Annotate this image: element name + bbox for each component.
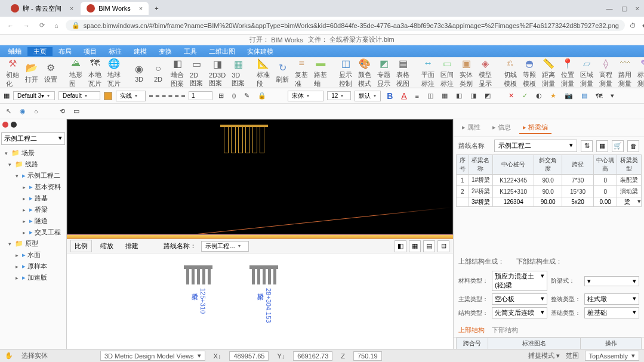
z-value[interactable]: 750.19 bbox=[353, 351, 382, 361]
close-icon[interactable]: × bbox=[139, 5, 143, 12]
tree-node[interactable]: ▾📁线路 bbox=[1, 159, 65, 170]
table-row[interactable]: 11#桥梁K122+34590.07*300装配梁 bbox=[457, 175, 642, 186]
tree-node[interactable]: ▸▸原样本 bbox=[1, 261, 65, 272]
tree-node[interactable]: ▾📁原型 bbox=[1, 238, 65, 249]
x-value[interactable]: 489957.65 bbox=[229, 351, 269, 361]
font-select[interactable]: 宋体 bbox=[288, 91, 323, 101]
viewport-splitter[interactable] bbox=[67, 234, 453, 239]
2d-viewport[interactable]: 125+310桥梁28+304.153桥梁 bbox=[67, 253, 453, 349]
ribbon-2D[interactable]: ○2D bbox=[149, 62, 167, 83]
view-icon[interactable]: ⊟ bbox=[437, 240, 449, 252]
menu-item-8[interactable]: 二维出图 bbox=[203, 47, 241, 56]
linewidth-input[interactable] bbox=[189, 91, 212, 100]
font-color-button[interactable]: A bbox=[399, 91, 409, 101]
subtab-lower[interactable]: 下部结构 bbox=[492, 326, 518, 335]
tool-icon[interactable]: ▭ bbox=[71, 107, 82, 115]
3d-viewport[interactable]: 修改桥梁 × 中心桩号桥梁名称斜交角度：▲▼跨径表达式：确定取消 bbox=[67, 119, 453, 234]
view-icon[interactable]: ▤ bbox=[423, 240, 435, 252]
menu-item-5[interactable]: 建模 bbox=[128, 47, 153, 56]
form-select[interactable]: 空心板▾ bbox=[492, 293, 547, 305]
browser-tab-1[interactable]: BIM Works × bbox=[81, 2, 149, 15]
menu-item-2[interactable]: 布局 bbox=[53, 47, 78, 56]
speed-icon[interactable]: ⏱ bbox=[630, 22, 636, 29]
tree-node[interactable]: ▾▸示例工程二 bbox=[1, 170, 65, 181]
scale-button[interactable]: 比例 bbox=[70, 240, 92, 252]
right-tab-2[interactable]: ▸ 桥梁编 bbox=[519, 122, 551, 134]
tool-icon[interactable]: ▦ bbox=[439, 92, 450, 100]
style-select[interactable]: Default bbox=[58, 91, 100, 100]
tree-node[interactable]: ▸▸加速版 bbox=[1, 272, 65, 283]
ribbon-刷新[interactable]: ↻刷新 bbox=[273, 61, 291, 84]
reload-icon[interactable]: ⟳ bbox=[37, 21, 47, 29]
tree-node[interactable]: ▾📁场景 bbox=[1, 147, 65, 159]
ribbon-区域测量[interactable]: ▱区域测量 bbox=[578, 57, 596, 88]
form-select[interactable]: 柱式墩▾ bbox=[584, 293, 640, 305]
tool-icon[interactable]: ◨ bbox=[468, 92, 479, 100]
grid-icon[interactable]: ▦ bbox=[596, 140, 608, 152]
ribbon-标注测量[interactable]: ✎标注测量 bbox=[635, 57, 644, 88]
tree-node[interactable]: ▸▸水面 bbox=[1, 249, 65, 261]
ribbon-模型显示[interactable]: ◈模型显示 bbox=[476, 57, 494, 88]
view-select[interactable]: 3D Metric Design Model Views ▾ bbox=[100, 351, 205, 361]
view-icon[interactable]: ▦ bbox=[409, 240, 421, 252]
ribbon-打开[interactable]: 📂打开 bbox=[23, 61, 41, 84]
ribbon-标准段[interactable]: 📐标准段 bbox=[254, 57, 272, 88]
tree-node[interactable]: ▸▸隧道 bbox=[1, 215, 65, 227]
tree-node[interactable]: ▸▸路基 bbox=[1, 193, 65, 204]
tool-icon[interactable]: ⊞ bbox=[216, 92, 226, 100]
ribbon-表格视图[interactable]: ▤表格视图 bbox=[394, 57, 412, 88]
back-icon[interactable]: ← bbox=[5, 22, 16, 29]
ribbon-路基蛐[interactable]: ▬路基蛐 bbox=[312, 57, 329, 88]
ribbon-等照模板[interactable]: ◓等照模板 bbox=[520, 57, 538, 88]
tool-icon[interactable]: ✎ bbox=[242, 92, 252, 100]
target-icon[interactable]: ◉ bbox=[17, 107, 28, 115]
zoom-button[interactable]: 缩放 bbox=[97, 240, 117, 252]
ribbon-平面标注[interactable]: ↔平面标注 bbox=[419, 57, 437, 88]
black-dot-icon[interactable] bbox=[11, 122, 17, 128]
menu-item-4[interactable]: 标注 bbox=[103, 47, 128, 56]
maximize-icon[interactable]: ▢ bbox=[621, 5, 627, 13]
view-icon[interactable]: ◧ bbox=[395, 240, 406, 252]
tool-icon[interactable]: ◐ bbox=[534, 92, 544, 100]
ribbon-路用测量[interactable]: 〰路用测量 bbox=[616, 57, 634, 88]
ribbon-2D3D图案[interactable]: ◨2D3D图案 bbox=[207, 58, 228, 88]
form-select[interactable]: ▾▾ bbox=[584, 276, 640, 286]
layers-icon[interactable]: ▤ bbox=[579, 92, 590, 100]
ribbon-实体类别[interactable]: ▣实体类别 bbox=[457, 57, 475, 88]
linestyle-select[interactable]: 实线 bbox=[116, 91, 146, 101]
ribbon-显示控制[interactable]: ◫显示控制 bbox=[337, 57, 355, 88]
route-select[interactable]: 示例工程… bbox=[201, 241, 249, 252]
check-icon[interactable]: ✓ bbox=[520, 92, 530, 100]
layer-select[interactable]: Default 3▾ bbox=[13, 91, 55, 100]
ribbon-颜色模式[interactable]: 🎨颜色模式 bbox=[356, 57, 374, 88]
tree-node[interactable]: ▸▸基本资料 bbox=[1, 181, 65, 193]
close-icon[interactable]: ✕ bbox=[506, 92, 516, 100]
tool-icon[interactable]: 0 bbox=[230, 92, 238, 100]
cell-input[interactable] bbox=[493, 197, 534, 206]
form-select[interactable]: 桩基础▾ bbox=[584, 307, 640, 318]
ribbon-距离测量[interactable]: 📏距离测量 bbox=[540, 57, 557, 88]
ribbon-设置[interactable]: ⚙设置 bbox=[42, 61, 60, 84]
project-select[interactable]: 示例工程二▾ bbox=[1, 132, 65, 145]
menu-item-9[interactable]: 实体建模 bbox=[241, 47, 279, 56]
hand-icon[interactable]: ✋ bbox=[5, 352, 13, 360]
scope-select[interactable]: TopAssembly ▾ bbox=[585, 351, 639, 361]
forward-icon[interactable]: → bbox=[21, 22, 32, 29]
ribbon-切线模板[interactable]: ⎌切线模板 bbox=[501, 57, 519, 88]
tool-icon[interactable]: ⟲ bbox=[57, 107, 67, 115]
menu-item-1[interactable]: 主页 bbox=[27, 47, 53, 56]
ribbon-地形图[interactable]: ⛰地形图 bbox=[67, 57, 85, 88]
table-row[interactable]: 22#桥梁K125+31090.015*300演动梁 bbox=[457, 186, 642, 197]
map-icon[interactable]: 🗺 bbox=[593, 92, 605, 100]
cell-input[interactable] bbox=[469, 197, 492, 206]
lock-icon[interactable]: 🔒 bbox=[255, 92, 269, 100]
star-icon[interactable]: ★ bbox=[548, 92, 559, 100]
align-select[interactable]: 默认 bbox=[355, 91, 381, 101]
ribbon-3D[interactable]: ◉3D bbox=[130, 62, 148, 83]
home-icon[interactable]: ⌂ bbox=[52, 22, 61, 29]
menu-item-7[interactable]: 工具 bbox=[178, 47, 203, 56]
cell-input[interactable] bbox=[594, 197, 617, 206]
menu-item-6[interactable]: 变换 bbox=[153, 47, 178, 56]
tool-icon[interactable]: ▾ bbox=[608, 92, 617, 100]
ribbon-位置测量[interactable]: 📍位置测量 bbox=[559, 57, 577, 88]
